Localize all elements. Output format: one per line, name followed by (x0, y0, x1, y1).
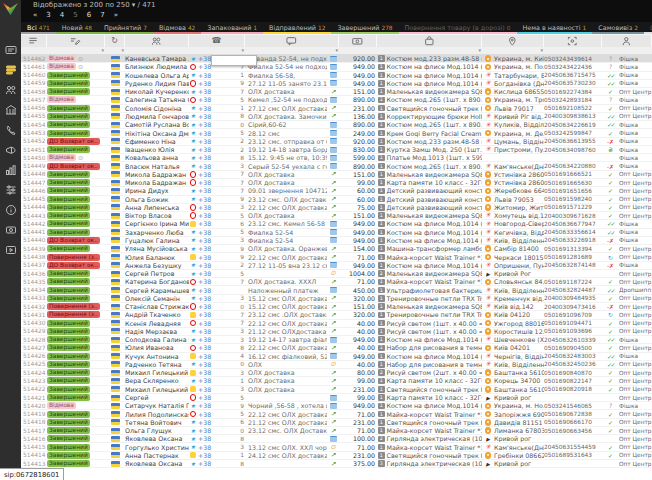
client-phone[interactable]: +38 (189, 410, 235, 417)
order-row[interactable]: 514432Повернення (з..Станіслав Стрижак+3… (21, 303, 652, 311)
client-phone[interactable]: ★+38 (189, 245, 235, 252)
tracking-number[interactable]: 0501691571229 (544, 204, 602, 211)
column-header-client-column[interactable] (125, 35, 189, 47)
filter-dropdown-icon[interactable]: ▾ (101, 47, 104, 54)
order-row[interactable]: 514438Повернення (з..Юлия Баланюк+38922.… (21, 253, 652, 261)
client-phone[interactable]: ★+38 (189, 162, 235, 169)
order-row[interactable]: 514447ЗавершенийМикола Бадражан+387ОЛХ д… (21, 179, 652, 187)
tracking-number[interactable]: 0501691187224 (544, 278, 602, 285)
page-button[interactable]: 7 (100, 11, 104, 19)
order-row[interactable]: 514454ЗавершенийСамотій Руслана Во..★+38… (21, 121, 652, 129)
filter-dropdown-icon[interactable]: ▾ (335, 47, 338, 54)
tracking-number[interactable]: 0501689531643 (544, 452, 602, 459)
client-phone[interactable]: +38 (189, 344, 235, 351)
client-phone[interactable]: ★+38 (189, 443, 235, 450)
tracking-number[interactable] (544, 435, 602, 442)
client-phone[interactable]: ★+38 (189, 229, 235, 236)
order-row[interactable]: 514415ЗавершенийГоргулько Христина..★+38… (21, 443, 652, 451)
order-row[interactable]: 514431Повернення (з..Андрій Ткаченко+387… (21, 311, 652, 319)
client-phone[interactable]: +38 (189, 179, 235, 186)
tracking-number[interactable]: 20450632483003 (544, 353, 602, 360)
order-row[interactable]: 514448ЗавершенийМикола Бадражан+387ОЛХ д… (21, 171, 652, 179)
client-phone[interactable]: ★+38 (189, 361, 235, 368)
client-phone[interactable]: +38 (189, 171, 235, 178)
column-header-payment-column[interactable] (339, 35, 377, 47)
order-row[interactable]: 514434ЗавершенийСергей Карамышев★+38Нало… (21, 286, 652, 294)
first-page-button[interactable]: « (33, 11, 37, 19)
tracking-number[interactable] (544, 154, 602, 161)
sidebar-info-icon[interactable] (5, 204, 17, 216)
order-row[interactable]: 514414ЗавершенийАнна Пастернак+38124.12 … (21, 452, 652, 460)
order-row[interactable]: 514413ЗавершенийЯковлева Оксана★+388↗375… (21, 460, 652, 468)
client-phone[interactable]: ★+38 (189, 427, 235, 434)
tracking-number[interactable]: 20450634220880 (544, 162, 602, 169)
last-page-button[interactable]: » (114, 11, 118, 19)
tracking-number[interactable]: 0501692274384 (544, 88, 602, 95)
client-phone[interactable]: ★+38 (189, 121, 235, 128)
client-phone[interactable]: ★+38 (189, 328, 235, 335)
tracking-number[interactable]: 0501691094471 (544, 320, 602, 327)
client-phone[interactable]: ★+38 (189, 105, 235, 112)
order-row[interactable]: 514458ЗавершенийНиколай Кучеренко★+387ОЛ… (21, 88, 652, 96)
order-row[interactable]: 514457ВідмоваСалегина Татьяна С..+385Кем… (21, 96, 652, 104)
order-row[interactable]: 514460ЗавершенийКошелева Ольга Ар..★+381… (21, 72, 652, 80)
tracking-number[interactable]: 0501691665630 (544, 179, 602, 186)
client-phone[interactable]: ★+38 (189, 237, 235, 244)
client-phone[interactable]: ★+38 (189, 88, 235, 95)
phone-edit-overlay[interactable] (211, 55, 257, 66)
order-row[interactable]: 514418ЗавершенийТетяна Войтович★+38621.1… (21, 419, 652, 427)
page-button[interactable]: 6 (87, 11, 91, 19)
order-row[interactable]: 514435ЗавершенийКатерина Богданова+387ОЛ… (21, 278, 652, 286)
order-row[interactable]: 514441ЗавершенийЗахарченко Люба★+385Фиал… (21, 229, 652, 237)
client-phone[interactable]: +38 (189, 320, 235, 327)
tracking-number[interactable]: 0501691651656 (544, 187, 602, 194)
tracking-number[interactable]: 0501691093696 (544, 328, 602, 335)
tracking-number[interactable]: 0501691096709 (544, 311, 602, 318)
order-row[interactable]: 514426ЗавершенийКучук Антонина+38416.12 … (21, 353, 652, 361)
order-row[interactable]: 514461Відмова⊙Близнюк Людмила ..+387Фиал… (21, 63, 652, 71)
tab-Самовивіз[interactable]: Самовивіз2 (592, 22, 644, 34)
column-header-source-column[interactable] (602, 35, 652, 47)
tab-Нема в наявності[interactable]: Нема в наявності1 (517, 22, 593, 34)
sidebar-megaphone-icon[interactable] (5, 144, 17, 156)
sidebar-settings-sliders-icon[interactable] (5, 184, 17, 196)
tracking-number[interactable]: 20450632610339 (544, 336, 602, 343)
sidebar-stats-icon[interactable] (5, 164, 17, 176)
order-row[interactable]: 514417ЗавершенийОльга Глущук★+38023.12 с… (21, 427, 652, 435)
client-phone[interactable]: ★+38 (189, 113, 235, 120)
client-phone[interactable]: ★+38 (189, 435, 235, 442)
order-row[interactable]: 514422ЗавершенийМихаил Гилецький+383ОЛХ … (21, 386, 652, 394)
order-row[interactable]: 514439ЗавершенийУляна Мусійовська★+389ОЛ… (21, 245, 652, 253)
tracking-number[interactable]: 20450634226619 (544, 121, 602, 128)
tracking-number[interactable]: 0501690822147 (544, 377, 602, 384)
client-phone[interactable]: +38 (189, 452, 235, 459)
tracking-number[interactable]: 20450633356614 (544, 229, 602, 236)
filter-dropdown-icon[interactable]: ▾ (540, 47, 543, 54)
column-header-status-column[interactable] (47, 35, 105, 47)
order-row[interactable]: 514421ЗавершенийСергей+38599.001Карта па… (21, 394, 652, 402)
tab-Повернення товару (в дорозі)[interactable]: Повернення товару (в дорозі)0 (399, 22, 517, 34)
order-row[interactable]: 514444ЗавершенийАнна Липенська+38322.12 … (21, 204, 652, 212)
order-row[interactable]: 514427ЗавершенийЮлия Иванова+38822.12 см… (21, 344, 652, 352)
tracking-number[interactable]: 0501690820918 (544, 386, 602, 393)
tracking-number[interactable]: 20450632874148 (544, 262, 602, 269)
order-row[interactable]: 514436ЗавершенийСергей Петров★+385⊙1004.… (21, 270, 652, 278)
shown-range-label[interactable]: Відображено з 200 по 250 ▾ / 471 (33, 1, 156, 9)
client-phone[interactable]: ★+38 (189, 270, 235, 277)
client-phone[interactable]: ★+38 (189, 377, 235, 384)
tracking-number[interactable]: 0501690663456 (544, 427, 602, 434)
order-row[interactable]: 514456ЗавершенийСоломія Сідоніна★+38127.… (21, 105, 652, 113)
order-row[interactable]: 514446ЗавершенийИрина Дидух★+38709.01 зв… (21, 187, 652, 195)
tracking-number[interactable]: 0501691598240 (544, 196, 602, 203)
tab-Запакований[interactable]: Запакований1 (201, 22, 263, 34)
order-row[interactable]: 514450Відмова⊙Ковальова анна★+38815.12. … (21, 154, 652, 162)
order-row[interactable]: 514462Відмова⊙Каневська Тамара ..★+381Ла… (21, 55, 652, 63)
column-header-address-column[interactable] (482, 35, 544, 47)
client-phone[interactable]: ★+38 (189, 154, 235, 161)
client-phone[interactable]: +38 (189, 311, 235, 318)
sidebar-calls-icon[interactable] (5, 124, 17, 136)
tracking-number[interactable] (544, 270, 602, 277)
client-phone[interactable]: +38 (189, 278, 235, 285)
order-row[interactable]: 514459ЗавершенийРуденко Лидия Пав..+3892… (21, 80, 652, 88)
tracking-number[interactable] (544, 460, 602, 467)
